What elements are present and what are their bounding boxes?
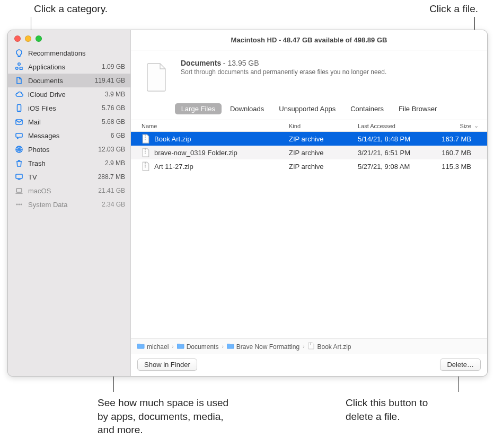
sidebar-item-size: 5.68 GB [92, 118, 125, 126]
document-icon [142, 59, 172, 96]
messages-icon [14, 131, 24, 140]
tab-file-browser[interactable]: File Browser [392, 103, 443, 114]
file-row[interactable]: brave-now_0319 Folder.zipZIP archive3/21… [131, 146, 487, 159]
path-label: Documents [187, 343, 219, 351]
sidebar-item-label: System Data [28, 201, 88, 209]
close-window-button[interactable] [14, 35, 21, 42]
file-size: 163.7 MB [430, 135, 471, 143]
tab-unsupported-apps[interactable]: Unsupported Apps [272, 103, 342, 114]
sidebar-item-macos[interactable]: macOS21.41 GB [8, 184, 130, 198]
apps-icon [14, 62, 24, 71]
column-kind[interactable]: Kind [289, 123, 358, 129]
column-name[interactable]: Name [142, 123, 289, 129]
cloud-icon [14, 90, 24, 98]
sidebar-item-icloud-drive[interactable]: iCloud Drive3.9 MB [8, 87, 130, 101]
svg-point-10 [16, 204, 17, 205]
phone-icon [14, 104, 24, 112]
sidebar-item-documents[interactable]: Documents119.41 GB [8, 74, 130, 87]
sidebar-item-size: 3.9 MB [92, 91, 125, 98]
sidebar-item-label: macOS [28, 187, 88, 195]
photos-icon [14, 145, 24, 154]
svg-rect-9 [16, 189, 22, 192]
zoom-window-button[interactable] [36, 35, 42, 42]
sidebar-item-label: iCloud Drive [28, 91, 88, 98]
sidebar-item-trash[interactable]: Trash2.9 MB [8, 156, 130, 170]
tab-downloads[interactable]: Downloads [224, 103, 270, 114]
sidebar-item-size: 119.41 GB [92, 77, 125, 84]
sidebar-item-tv[interactable]: TV288.7 MB [8, 170, 130, 184]
minimize-window-button[interactable] [25, 35, 31, 42]
delete-button[interactable]: Delete… [440, 359, 481, 371]
dots-icon [14, 200, 24, 209]
svg-point-11 [19, 204, 20, 205]
sidebar-item-label: Recommendations [28, 49, 88, 57]
zip-file-icon [142, 162, 150, 171]
sidebar-item-recommendations[interactable]: Recommendations [8, 46, 130, 60]
window-title-text: Macintosh HD - 48.47 GB available of 498… [231, 36, 387, 44]
main-content: Macintosh HD - 48.47 GB available of 498… [131, 30, 487, 376]
sidebar-item-size: 5.76 GB [92, 104, 125, 112]
category-header-text: Documents - 13.95 GB Sort through docume… [181, 59, 386, 96]
show-in-finder-button[interactable]: Show in Finder [137, 359, 197, 371]
sidebar-item-label: Messages [28, 132, 88, 140]
callout-bottom-right: Click this button to delete a file. [346, 396, 457, 423]
path-label: Book Art.zip [317, 343, 351, 351]
file-row[interactable]: Book Art.zipZIP archive5/14/21, 8:48 PM1… [131, 132, 487, 146]
file-table: Name Kind Last Accessed Size ⌄ Book Art.… [131, 120, 487, 338]
file-size: 160.7 MB [430, 149, 471, 157]
sidebar-item-photos[interactable]: Photos12.03 GB [8, 142, 130, 156]
sidebar-item-mail[interactable]: Mail5.68 GB [8, 115, 130, 129]
column-date[interactable]: Last Accessed [358, 123, 430, 129]
file-kind: ZIP archive [289, 149, 358, 157]
callout-top-right: Click a file. [429, 3, 478, 15]
category-size: - 13.95 GB [223, 59, 259, 67]
folder-icon [177, 342, 184, 351]
category-subtitle: Sort through documents and permanently e… [181, 68, 386, 76]
svg-point-7 [19, 149, 20, 150]
category-title: Documents [181, 59, 221, 67]
sidebar-item-system-data[interactable]: System Data2.34 GB [8, 198, 130, 211]
file-kind: ZIP archive [289, 163, 358, 171]
tab-large-files[interactable]: Large Files [175, 103, 222, 114]
tab-containers[interactable]: Containers [344, 103, 390, 114]
chevron-right-icon: › [303, 344, 304, 350]
callout-top-left: Click a category. [34, 3, 108, 15]
sidebar-item-label: Applications [28, 63, 88, 71]
sidebar-item-ios-files[interactable]: iOS Files5.76 GB [8, 101, 130, 115]
file-last-accessed: 3/21/21, 6:51 PM [358, 149, 430, 157]
sidebar: RecommendationsApplications1.09 GBDocume… [8, 30, 131, 376]
column-menu-icon[interactable]: ⌄ [471, 122, 481, 129]
document-icon [14, 76, 24, 85]
category-header: Documents - 13.95 GB Sort through docume… [131, 50, 487, 100]
callout-bottom-left: See how much space is used by apps, docu… [98, 396, 235, 437]
path-segment[interactable]: Brave Now Formatting [227, 342, 299, 351]
sidebar-item-label: Documents [28, 77, 88, 85]
sidebar-item-label: iOS Files [28, 104, 88, 112]
table-body: Book Art.zipZIP archive5/14/21, 8:48 PM1… [131, 132, 487, 338]
tv-icon [14, 173, 24, 181]
zip-file-icon [307, 342, 315, 351]
svg-point-0 [18, 63, 20, 65]
svg-point-12 [21, 204, 22, 205]
window-controls [8, 30, 130, 45]
laptop-icon [14, 186, 24, 195]
table-header: Name Kind Last Accessed Size ⌄ [131, 120, 487, 132]
sidebar-item-messages[interactable]: Messages6 GB [8, 129, 130, 142]
sidebar-item-size: 288.7 MB [92, 173, 125, 181]
path-label: michael [147, 343, 169, 351]
chevron-right-icon: › [172, 344, 173, 350]
file-name: brave-now_0319 Folder.zip [154, 149, 237, 157]
sidebar-item-label: Mail [28, 118, 88, 126]
storage-management-window: RecommendationsApplications1.09 GBDocume… [7, 30, 488, 377]
sidebar-item-label: TV [28, 173, 88, 181]
trash-icon [14, 159, 24, 167]
sidebar-item-applications[interactable]: Applications1.09 GB [8, 60, 130, 74]
file-row[interactable]: Art 11-27.zipZIP archive5/27/21, 9:08 AM… [131, 159, 487, 173]
sidebar-item-size: 2.9 MB [92, 159, 125, 167]
file-size: 115.3 MB [430, 163, 471, 171]
path-segment[interactable]: Documents [177, 342, 219, 351]
path-segment[interactable]: Book Art.zip [307, 342, 351, 351]
column-size[interactable]: Size [430, 123, 471, 129]
path-segment[interactable]: michael [137, 342, 169, 351]
file-name: Book Art.zip [154, 135, 191, 143]
